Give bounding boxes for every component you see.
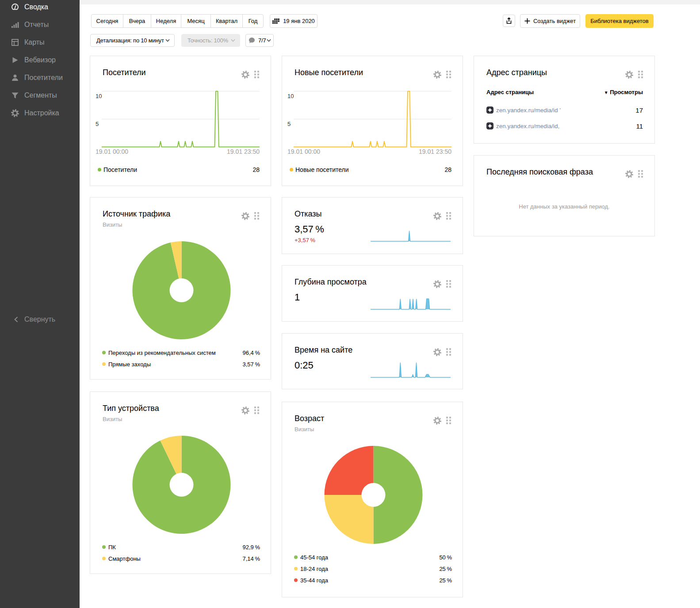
period-button-today[interactable]: Сегодня xyxy=(92,15,123,27)
widget-drag-handle-icon[interactable] xyxy=(446,280,451,288)
legend-value: 7,14 % xyxy=(243,555,260,562)
sidebar-collapse-label: Свернуть xyxy=(24,315,55,323)
widget-settings-gear-icon[interactable] xyxy=(241,71,249,79)
legend-dot xyxy=(294,567,298,570)
page-depth-sparkline xyxy=(282,266,463,321)
widget-subtitle: Визиты xyxy=(295,426,314,433)
widget-page-address: Адрес страницы Адрес страницы ▼ Просмотр… xyxy=(474,56,655,144)
sidebar-collapse-button[interactable]: Свернуть xyxy=(0,311,80,328)
metric-value: 3,57 % xyxy=(295,224,324,235)
widget-settings-gear-icon[interactable] xyxy=(625,170,633,178)
legend-dot xyxy=(98,168,101,171)
no-data-message: Нет данных за указанный период. xyxy=(474,203,654,210)
widget-settings-gear-icon[interactable] xyxy=(433,212,441,220)
widget-subtitle: Визиты xyxy=(103,221,122,228)
legend-label: 35-44 года xyxy=(300,577,328,584)
speedometer-icon xyxy=(11,3,19,11)
widget-drag-handle-icon[interactable] xyxy=(254,212,259,220)
export-icon xyxy=(505,17,513,24)
period-button-month[interactable]: Месяц xyxy=(181,15,211,27)
period-button-yesterday[interactable]: Вчера xyxy=(123,15,151,27)
widget-drag-handle-icon[interactable] xyxy=(446,212,451,220)
widget-title: Последняя поисковая фраза xyxy=(486,167,593,177)
legend-value: 50 % xyxy=(439,554,452,561)
zen-favicon-icon xyxy=(486,122,493,129)
widget-drag-handle-icon[interactable] xyxy=(254,407,259,414)
legend-value: 92,9 % xyxy=(243,544,260,551)
precision-dropdown-label: Точность: 100% xyxy=(187,37,228,44)
column-header-url: Адрес страницы xyxy=(486,89,534,95)
svg-text:10: 10 xyxy=(96,93,102,99)
widget-settings-gear-icon[interactable] xyxy=(433,348,441,356)
detail-dropdown[interactable]: Детализация: по 10 минут xyxy=(90,34,175,47)
legend-row: Прямые заходы 3,57 % xyxy=(102,358,260,370)
comments-dropdown[interactable]: 7/7 xyxy=(245,34,274,47)
sidebar-item-reports[interactable]: Отчеты xyxy=(0,16,80,34)
views-count: 11 xyxy=(636,122,643,130)
widget-drag-handle-icon[interactable] xyxy=(446,417,451,424)
widget-drag-handle-icon[interactable] xyxy=(638,71,643,78)
table-row: zen.yandex.ru/media/id, 11 xyxy=(486,122,643,129)
sidebar-item-summary[interactable]: Сводка xyxy=(0,0,80,16)
yandex-metrica-dashboard: Сводка Отчеты Карты Вебвизор Посетители xyxy=(0,0,700,608)
legend-value: 3,57 % xyxy=(243,361,260,368)
sidebar-item-maps[interactable]: Карты xyxy=(0,34,80,51)
sidebar-item-settings[interactable]: Настройка xyxy=(0,104,80,122)
widget-title: Источник трафика xyxy=(103,209,170,219)
widget-new-visitors: 10519.01 00:0019.01 23:50 Новые посетите… xyxy=(282,56,463,186)
widget-settings-gear-icon[interactable] xyxy=(625,71,633,79)
precision-dropdown[interactable]: Точность: 100% xyxy=(181,34,240,47)
svg-text:19.01 00:00: 19.01 00:00 xyxy=(287,148,320,155)
create-widget-button[interactable]: Создать виджет xyxy=(520,14,580,28)
column-header-views[interactable]: ▼ Просмотры xyxy=(604,89,643,95)
widget-time-on-site: Время на сайте 0:25 xyxy=(282,333,463,389)
comments-dropdown-label: 7/7 xyxy=(258,37,266,44)
widget-library-button[interactable]: Библиотека виджетов xyxy=(585,14,654,28)
svg-text:19.01 00:00: 19.01 00:00 xyxy=(96,148,128,155)
chart-legend: Переходы из рекомендательных систем 96,4… xyxy=(102,347,260,370)
widget-drag-handle-icon[interactable] xyxy=(446,71,451,78)
page-url-link[interactable]: zen.yandex.ru/media/id ʼ xyxy=(496,107,561,114)
widget-settings-gear-icon[interactable] xyxy=(241,212,249,220)
chart-legend: Посетители 28 xyxy=(98,164,260,175)
legend-row: 45-54 года 50 % xyxy=(294,551,452,563)
widget-title: Время на сайте xyxy=(295,346,352,355)
chevron-down-icon xyxy=(267,39,271,42)
widget-drag-handle-icon[interactable] xyxy=(254,71,259,78)
widget-settings-gear-icon[interactable] xyxy=(433,71,441,79)
period-button-week[interactable]: Неделя xyxy=(151,15,181,27)
chevron-left-icon xyxy=(12,315,20,323)
widget-drag-handle-icon[interactable] xyxy=(638,170,643,178)
period-button-year[interactable]: Год xyxy=(243,15,263,27)
plus-icon xyxy=(524,18,530,24)
legend-row: ПК 92,9 % xyxy=(102,541,260,553)
widget-settings-gear-icon[interactable] xyxy=(433,417,441,425)
funnel-icon xyxy=(11,91,19,99)
widget-settings-gear-icon[interactable] xyxy=(241,407,249,414)
export-button[interactable] xyxy=(503,15,515,27)
person-icon xyxy=(11,74,19,82)
svg-text:19.01 23:50: 19.01 23:50 xyxy=(227,148,260,155)
chevron-down-icon xyxy=(231,39,235,42)
legend-dot xyxy=(102,557,106,560)
legend-row: 35-44 года 25 % xyxy=(294,574,452,586)
page-url-link[interactable]: zen.yandex.ru/media/id, xyxy=(496,123,559,129)
sidebar-item-label: Карты xyxy=(24,38,45,46)
sidebar-item-webvisor[interactable]: Вебвизор xyxy=(0,51,80,69)
sidebar-item-visitors[interactable]: Посетители xyxy=(0,69,80,87)
widget-age: Возраст Визиты 45-54 года 50 % 18-24 год… xyxy=(282,402,463,597)
sidebar-item-label: Посетители xyxy=(24,74,63,82)
legend-value: 25 % xyxy=(439,577,452,584)
widget-title: Глубина просмотра xyxy=(295,277,367,287)
calendar-grid-icon xyxy=(272,19,279,24)
period-button-quarter[interactable]: Квартал xyxy=(211,15,243,27)
sidebar-item-segments[interactable]: Сегменты xyxy=(0,87,80,104)
svg-text:19.01 23:50: 19.01 23:50 xyxy=(419,148,451,155)
sort-desc-icon: ▼ xyxy=(604,90,608,95)
legend-value: 25 % xyxy=(439,566,452,572)
chart-legend: 45-54 года 50 % 18-24 года 25 % 35-44 го… xyxy=(294,551,452,586)
svg-text:10: 10 xyxy=(287,93,294,99)
widget-drag-handle-icon[interactable] xyxy=(446,348,451,356)
date-picker-button[interactable]: 19 янв 2020 xyxy=(270,14,317,28)
widget-settings-gear-icon[interactable] xyxy=(433,280,441,288)
